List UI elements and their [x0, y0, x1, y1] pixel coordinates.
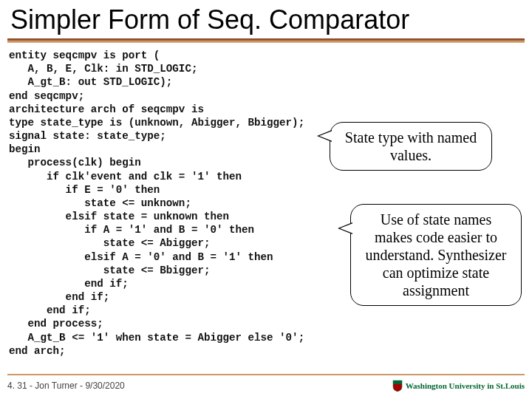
title-divider [7, 38, 525, 43]
footer-logo: Washington University in St.Louis [392, 380, 525, 392]
callout-state-names: Use of state names makes code easier to … [350, 204, 522, 306]
footer: 4. 31 - Jon Turner - 9/30/2020 Washingto… [7, 374, 525, 395]
callout-tail [340, 223, 353, 233]
callout-tail [319, 131, 332, 141]
callout-text: State type with named values. [345, 129, 477, 163]
callout-text: Use of state names makes code easier to … [365, 211, 506, 299]
university-shield-icon [392, 380, 403, 392]
slide-title: Simpler Form of Seq. Comparator [0, 0, 532, 37]
callout-state-type: State type with named values. [330, 122, 492, 171]
footer-left: 4. 31 - Jon Turner - 9/30/2020 [7, 381, 125, 391]
code-block: entity seqcmpv is port ( A, B, E, Clk: i… [0, 47, 532, 358]
university-name: Washington University in St.Louis [406, 381, 525, 390]
